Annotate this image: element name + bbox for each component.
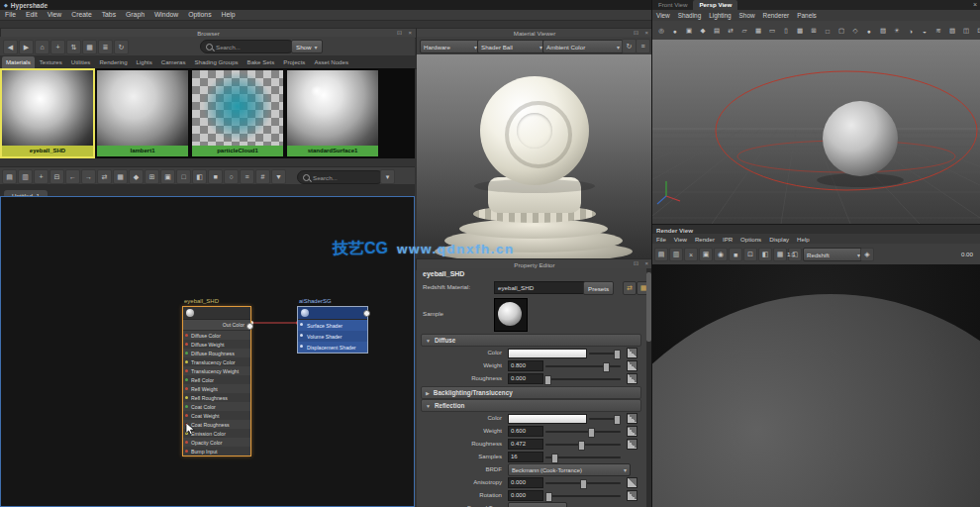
node-attribute-row[interactable]: Diffuse Roughness [183, 349, 250, 357]
map-checker-icon[interactable] [627, 360, 637, 371]
anisotropy-input[interactable]: 0.000 [508, 477, 543, 488]
browser-tab[interactable]: Rendering [95, 56, 131, 68]
snapshot-icon[interactable]: ◧ [758, 248, 772, 261]
connected-display-icon[interactable]: ◧ [192, 169, 207, 184]
menu-item[interactable]: Tabs [97, 10, 121, 20]
diffuse-roughness-input[interactable]: 0.000 [508, 373, 543, 384]
ipr-render-icon[interactable]: ◉ [714, 248, 728, 261]
graph-upstream-icon[interactable]: ← [65, 169, 80, 184]
diffuse-weight-slider[interactable] [545, 365, 621, 367]
browser-tab[interactable]: Utilities [67, 56, 95, 68]
menu-item[interactable]: Help [793, 235, 814, 244]
rearrange-graph-icon[interactable]: ▦ [113, 169, 128, 184]
presets-button[interactable]: Presets [583, 281, 614, 295]
browser-tab[interactable]: Projects [279, 56, 309, 68]
hypershade-titlebar[interactable]: ◆ Hypershade [0, 0, 655, 10]
menu-item[interactable]: IPR [719, 235, 736, 244]
swap-arrows-icon[interactable]: ⇄ [623, 281, 637, 295]
brdf-dropdown[interactable]: Beckmann (Cook-Torrance) ▾ [508, 463, 631, 476]
film-gate-icon[interactable]: ▭ [765, 24, 779, 38]
graph-both-icon[interactable]: ⇄ [97, 169, 112, 184]
grid-icon[interactable]: ▦ [751, 24, 765, 38]
node-out-row[interactable]: Out Color [183, 320, 250, 331]
viewer-options-icon[interactable]: ≡ [636, 39, 650, 53]
node-attribute-row[interactable]: Refl Roughness [183, 393, 250, 402]
diffuse-weight-input[interactable]: 0.800 [508, 360, 543, 371]
image-plane-icon[interactable]: ▤ [710, 24, 724, 38]
browser-tab[interactable]: Bake Sets [244, 56, 279, 68]
reflection-weight-input[interactable]: 0.600 [508, 426, 543, 437]
menu-item[interactable]: View [652, 11, 674, 21]
grid-snap-icon[interactable]: # [255, 169, 270, 184]
material-viewer-canvas[interactable] [417, 54, 651, 258]
bookmarks-icon[interactable]: ◆ [696, 24, 710, 38]
browser-tab[interactable]: Asset Nodes [310, 56, 352, 68]
rotation-input[interactable]: 0.000 [508, 490, 543, 501]
xray-icon[interactable]: ◫ [959, 24, 973, 38]
clear-graph-icon[interactable]: ⊟ [49, 169, 64, 184]
output-port-icon[interactable] [246, 323, 253, 330]
forward-icon[interactable]: ▶ [19, 40, 34, 54]
node-editor-search-input[interactable]: Search... [297, 170, 384, 184]
node-attribute-row[interactable]: Refl Weight [183, 384, 250, 393]
save-image-icon[interactable]: ▥ [669, 248, 683, 261]
menu-item[interactable]: File [0, 10, 21, 20]
menu-item[interactable]: Options [183, 10, 216, 20]
menu-item[interactable]: Options [736, 235, 765, 244]
render-view-canvas[interactable] [652, 264, 980, 507]
reflection-color-swatch[interactable] [508, 414, 587, 424]
lights-icon[interactable]: ☀ [890, 24, 904, 38]
menu-item[interactable]: View [43, 10, 67, 20]
shadows-icon[interactable]: ◑ [904, 24, 918, 38]
reflection-roughness-input[interactable]: 0.472 [508, 439, 543, 450]
refresh-icon[interactable]: ↻ [114, 40, 129, 54]
map-checker-icon[interactable] [627, 439, 637, 450]
menu-item[interactable]: File [652, 235, 670, 244]
anisotropy-slider[interactable] [545, 482, 621, 484]
motion-blur-icon[interactable]: ≋ [931, 24, 945, 38]
map-checker-icon[interactable] [627, 413, 637, 424]
menu-item[interactable]: Panels [793, 11, 821, 21]
select-camera-icon[interactable]: ◎ [654, 24, 668, 38]
show-shapes-icon[interactable]: ○ [224, 169, 239, 184]
perspective-viewport[interactable] [652, 40, 980, 224]
lock-camera-icon[interactable]: ● [668, 24, 682, 38]
list-view-icon[interactable]: ≣ [98, 40, 113, 54]
close-icon[interactable]: × [973, 0, 977, 10]
thumbnail-view-icon[interactable]: ▦ [82, 40, 97, 54]
diffuse-roughness-slider[interactable] [545, 378, 621, 380]
browser-tab[interactable]: Textures [36, 56, 66, 68]
menu-item[interactable]: Lighting [705, 11, 735, 21]
search-filter-dropdown-icon[interactable]: ▾ [380, 169, 395, 184]
refresh-swatch-icon[interactable]: ↻ [622, 39, 637, 53]
node-attribute-row[interactable]: Translucency Color [183, 357, 250, 366]
field-chart-icon[interactable]: ⊞ [807, 24, 821, 38]
reflection-samples-input[interactable]: 16 [508, 452, 543, 462]
geometry-dropdown[interactable]: Shader Ball ▾ [477, 40, 546, 53]
show-filter-button[interactable]: Show ▾ [291, 40, 323, 53]
open-icon[interactable]: ▤ [654, 248, 668, 261]
render-icon[interactable]: ▣ [699, 248, 713, 261]
menu-item[interactable]: Display [765, 235, 793, 244]
menu-item[interactable]: Help [217, 10, 241, 20]
create-material-icon[interactable]: + [50, 40, 65, 54]
frame-all-icon[interactable]: ⊞ [145, 169, 159, 184]
node-attribute-row[interactable]: Diffuse Color [183, 331, 250, 340]
browser-tab[interactable]: Shading Groups [191, 56, 243, 68]
screen-ao-icon[interactable]: ◒ [918, 24, 931, 38]
map-checker-icon[interactable] [627, 373, 637, 384]
back-icon[interactable]: ◀ [3, 40, 18, 54]
gate-mask-icon[interactable]: ▩ [793, 24, 807, 38]
map-checker-icon[interactable] [627, 477, 637, 488]
2d-pan-zoom-icon[interactable]: ⇄ [724, 24, 737, 38]
menu-item[interactable]: View [670, 235, 691, 244]
browser-search-input[interactable]: Search... [200, 40, 295, 53]
safe-action-icon[interactable]: □ [821, 24, 834, 38]
diffuse-section-header[interactable]: ▼ Diffuse [421, 334, 641, 347]
reflection-section-header[interactable]: ▼ Reflection [421, 399, 641, 412]
menu-item[interactable]: Render [691, 235, 719, 244]
menu-item[interactable]: Edit [21, 10, 43, 20]
camera-attributes-icon[interactable]: ▣ [682, 24, 696, 38]
fresnel-type-dropdown[interactable]: IOR ▾ [508, 502, 567, 507]
menu-item[interactable]: Graph [121, 10, 149, 20]
